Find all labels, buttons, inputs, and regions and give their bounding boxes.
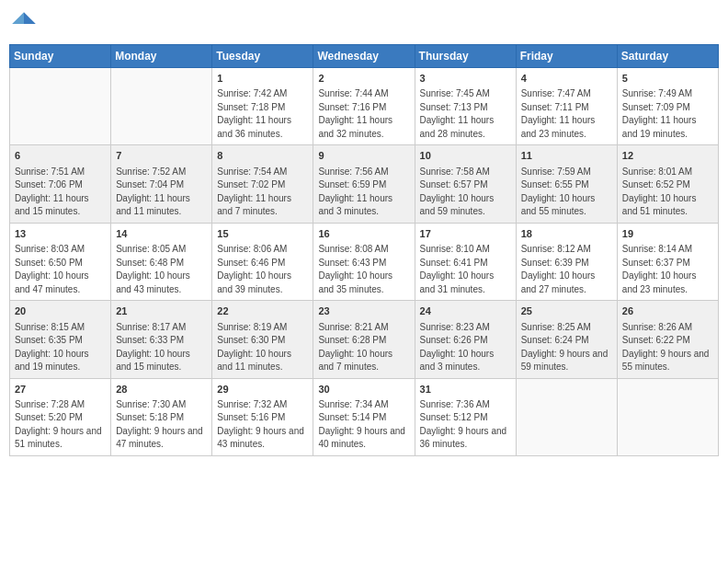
calendar-cell: 20Sunrise: 8:15 AM Sunset: 6:35 PM Dayli… — [10, 301, 111, 378]
calendar-cell: 9Sunrise: 7:56 AM Sunset: 6:59 PM Daylig… — [313, 145, 415, 223]
day-number: 24 — [420, 304, 511, 318]
calendar-cell: 3Sunrise: 7:45 AM Sunset: 7:13 PM Daylig… — [415, 68, 516, 145]
calendar-cell: 8Sunrise: 7:54 AM Sunset: 7:02 PM Daylig… — [212, 145, 313, 223]
page-header — [9, 9, 719, 39]
calendar-cell: 10Sunrise: 7:58 AM Sunset: 6:57 PM Dayli… — [415, 145, 516, 223]
day-info: Sunrise: 7:44 AM Sunset: 7:16 PM Dayligh… — [318, 87, 409, 141]
day-info: Sunrise: 7:36 AM Sunset: 5:12 PM Dayligh… — [420, 398, 511, 452]
calendar-cell: 2Sunrise: 7:44 AM Sunset: 7:16 PM Daylig… — [313, 68, 415, 145]
day-info: Sunrise: 7:56 AM Sunset: 6:59 PM Dayligh… — [318, 166, 409, 219]
calendar-cell: 12Sunrise: 8:01 AM Sunset: 6:52 PM Dayli… — [617, 145, 718, 223]
calendar-cell — [111, 68, 212, 145]
day-number: 4 — [521, 72, 612, 86]
calendar-cell: 11Sunrise: 7:59 AM Sunset: 6:55 PM Dayli… — [516, 145, 617, 223]
day-info: Sunrise: 7:30 AM Sunset: 5:18 PM Dayligh… — [116, 398, 207, 452]
day-of-week-header: Friday — [516, 45, 617, 68]
day-info: Sunrise: 8:12 AM Sunset: 6:39 PM Dayligh… — [521, 243, 612, 296]
calendar-cell: 29Sunrise: 7:32 AM Sunset: 5:16 PM Dayli… — [212, 378, 313, 455]
calendar-cell — [617, 378, 718, 455]
calendar-cell: 17Sunrise: 8:10 AM Sunset: 6:41 PM Dayli… — [415, 223, 516, 300]
calendar-week-row: 27Sunrise: 7:28 AM Sunset: 5:20 PM Dayli… — [10, 378, 719, 455]
day-info: Sunrise: 8:14 AM Sunset: 6:37 PM Dayligh… — [622, 243, 713, 296]
day-number: 22 — [217, 304, 308, 318]
day-number: 1 — [217, 72, 308, 86]
day-of-week-header: Tuesday — [212, 45, 313, 68]
day-info: Sunrise: 7:42 AM Sunset: 7:18 PM Dayligh… — [217, 87, 308, 141]
logo-icon — [9, 9, 39, 39]
logo — [9, 9, 42, 39]
day-number: 28 — [116, 383, 207, 396]
day-number: 23 — [318, 304, 409, 318]
day-info: Sunrise: 7:51 AM Sunset: 7:06 PM Dayligh… — [15, 166, 106, 219]
day-number: 15 — [217, 227, 308, 241]
calendar-header-row: SundayMondayTuesdayWednesdayThursdayFrid… — [10, 45, 719, 68]
calendar-week-row: 6Sunrise: 7:51 AM Sunset: 7:06 PM Daylig… — [10, 145, 719, 223]
day-info: Sunrise: 8:25 AM Sunset: 6:24 PM Dayligh… — [521, 321, 612, 374]
svg-marker-0 — [24, 12, 36, 24]
day-number: 14 — [116, 227, 207, 241]
day-number: 31 — [420, 383, 511, 396]
day-number: 19 — [622, 227, 713, 241]
day-info: Sunrise: 7:47 AM Sunset: 7:11 PM Dayligh… — [521, 87, 612, 141]
day-info: Sunrise: 7:54 AM Sunset: 7:02 PM Dayligh… — [217, 166, 308, 219]
day-info: Sunrise: 8:15 AM Sunset: 6:35 PM Dayligh… — [15, 321, 106, 374]
day-number: 3 — [420, 72, 511, 86]
day-number: 5 — [622, 72, 713, 86]
calendar-cell: 5Sunrise: 7:49 AM Sunset: 7:09 PM Daylig… — [617, 68, 718, 145]
calendar-cell: 23Sunrise: 8:21 AM Sunset: 6:28 PM Dayli… — [313, 301, 415, 378]
calendar-cell: 24Sunrise: 8:23 AM Sunset: 6:26 PM Dayli… — [415, 301, 516, 378]
calendar-cell: 30Sunrise: 7:34 AM Sunset: 5:14 PM Dayli… — [313, 378, 415, 455]
day-info: Sunrise: 7:34 AM Sunset: 5:14 PM Dayligh… — [318, 398, 409, 452]
day-info: Sunrise: 8:10 AM Sunset: 6:41 PM Dayligh… — [420, 243, 511, 296]
calendar-cell: 31Sunrise: 7:36 AM Sunset: 5:12 PM Dayli… — [415, 378, 516, 455]
day-number: 2 — [318, 72, 409, 86]
day-info: Sunrise: 8:21 AM Sunset: 6:28 PM Dayligh… — [318, 321, 409, 374]
day-info: Sunrise: 8:05 AM Sunset: 6:48 PM Dayligh… — [116, 243, 207, 296]
day-info: Sunrise: 7:45 AM Sunset: 7:13 PM Dayligh… — [420, 87, 511, 141]
day-of-week-header: Thursday — [415, 45, 516, 68]
calendar-cell: 19Sunrise: 8:14 AM Sunset: 6:37 PM Dayli… — [617, 223, 718, 300]
day-of-week-header: Saturday — [617, 45, 718, 68]
calendar-cell: 4Sunrise: 7:47 AM Sunset: 7:11 PM Daylig… — [516, 68, 617, 145]
day-number: 26 — [622, 304, 713, 318]
calendar-cell: 14Sunrise: 8:05 AM Sunset: 6:48 PM Dayli… — [111, 223, 212, 300]
calendar-week-row: 1Sunrise: 7:42 AM Sunset: 7:18 PM Daylig… — [10, 68, 719, 145]
calendar-cell — [516, 378, 617, 455]
day-info: Sunrise: 7:59 AM Sunset: 6:55 PM Dayligh… — [521, 166, 612, 219]
svg-marker-1 — [12, 12, 24, 24]
calendar-cell: 27Sunrise: 7:28 AM Sunset: 5:20 PM Dayli… — [10, 378, 111, 455]
day-number: 11 — [521, 149, 612, 163]
calendar-table: SundayMondayTuesdayWednesdayThursdayFrid… — [9, 44, 719, 456]
day-number: 27 — [15, 383, 106, 396]
day-number: 10 — [420, 149, 511, 163]
day-info: Sunrise: 7:58 AM Sunset: 6:57 PM Dayligh… — [420, 166, 511, 219]
calendar-cell: 15Sunrise: 8:06 AM Sunset: 6:46 PM Dayli… — [212, 223, 313, 300]
day-info: Sunrise: 8:23 AM Sunset: 6:26 PM Dayligh… — [420, 321, 511, 374]
day-of-week-header: Monday — [111, 45, 212, 68]
day-number: 25 — [521, 304, 612, 318]
day-info: Sunrise: 7:32 AM Sunset: 5:16 PM Dayligh… — [217, 398, 308, 452]
calendar-cell: 13Sunrise: 8:03 AM Sunset: 6:50 PM Dayli… — [10, 223, 111, 300]
day-of-week-header: Wednesday — [313, 45, 415, 68]
day-number: 6 — [15, 149, 106, 163]
day-info: Sunrise: 8:01 AM Sunset: 6:52 PM Dayligh… — [622, 166, 713, 219]
calendar-cell: 1Sunrise: 7:42 AM Sunset: 7:18 PM Daylig… — [212, 68, 313, 145]
calendar-cell — [10, 68, 111, 145]
calendar-cell: 7Sunrise: 7:52 AM Sunset: 7:04 PM Daylig… — [111, 145, 212, 223]
calendar-cell: 16Sunrise: 8:08 AM Sunset: 6:43 PM Dayli… — [313, 223, 415, 300]
calendar-cell: 28Sunrise: 7:30 AM Sunset: 5:18 PM Dayli… — [111, 378, 212, 455]
day-info: Sunrise: 8:17 AM Sunset: 6:33 PM Dayligh… — [116, 321, 207, 374]
day-number: 29 — [217, 383, 308, 396]
day-info: Sunrise: 8:03 AM Sunset: 6:50 PM Dayligh… — [15, 243, 106, 296]
day-info: Sunrise: 7:49 AM Sunset: 7:09 PM Dayligh… — [622, 87, 713, 141]
day-info: Sunrise: 7:28 AM Sunset: 5:20 PM Dayligh… — [15, 398, 106, 452]
calendar-cell: 18Sunrise: 8:12 AM Sunset: 6:39 PM Dayli… — [516, 223, 617, 300]
day-info: Sunrise: 8:19 AM Sunset: 6:30 PM Dayligh… — [217, 321, 308, 374]
day-number: 20 — [15, 304, 106, 318]
day-number: 17 — [420, 227, 511, 241]
calendar-cell: 6Sunrise: 7:51 AM Sunset: 7:06 PM Daylig… — [10, 145, 111, 223]
calendar-cell: 26Sunrise: 8:26 AM Sunset: 6:22 PM Dayli… — [617, 301, 718, 378]
day-number: 7 — [116, 149, 207, 163]
day-number: 9 — [318, 149, 409, 163]
day-number: 12 — [622, 149, 713, 163]
